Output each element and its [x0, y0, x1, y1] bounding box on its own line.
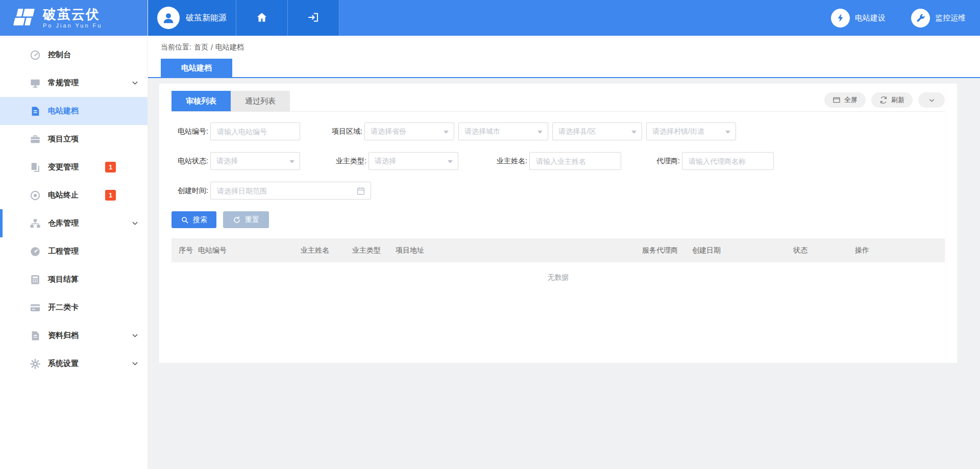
sidebar-item-label: 开二类卡 [48, 303, 79, 312]
station-status-label: 电站状态: [172, 157, 208, 166]
town-select[interactable]: 请选择村镇/街道 [646, 122, 736, 140]
breadcrumb-label: 当前位置: [161, 43, 191, 52]
brand-subtitle: Po Jian Yun Fu [43, 22, 102, 29]
agent-input[interactable] [682, 152, 774, 170]
sidebar-item-warehouse-management[interactable]: 仓库管理 [0, 209, 148, 237]
sidebar-item-project-settlement[interactable]: 项目结算 [0, 265, 148, 293]
logout-button[interactable] [288, 0, 339, 36]
refresh-label: 刷新 [891, 95, 904, 105]
col-station-no: 电站编号 [198, 246, 301, 255]
breadcrumb-separator: / [211, 43, 213, 52]
search-icon [181, 216, 189, 224]
sidebar-item-type2-card[interactable]: 开二类卡 [0, 293, 148, 322]
chevron-down-icon [928, 96, 936, 104]
panel-tabs: 审核列表 通过列表 全屏 [172, 84, 945, 112]
work-area: 审核列表 通过列表 全屏 [148, 78, 980, 469]
exit-icon [307, 11, 320, 25]
panel: 审核列表 通过列表 全屏 [159, 84, 957, 363]
user-menu[interactable]: 破茧新能源 [148, 0, 236, 36]
date-range-field [210, 182, 371, 200]
sidebar-item-label: 工程管理 [48, 246, 79, 256]
lightning-icon [831, 9, 850, 28]
gauge-icon [30, 246, 41, 257]
create-time-label: 创建时间: [172, 186, 208, 195]
sidebar-item-label: 系统设置 [48, 359, 79, 368]
collapse-button[interactable] [918, 92, 945, 108]
page-tab[interactable]: 电站建档 [161, 59, 232, 77]
briefcase-icon [30, 134, 41, 145]
wrench-icon [911, 9, 930, 28]
home-button[interactable] [236, 0, 288, 36]
nav-monitor-ops[interactable]: 监控运维 [911, 0, 966, 36]
owner-type-select[interactable]: 请选择 [369, 152, 458, 170]
sidebar-item-engineering-management[interactable]: 工程管理 [0, 237, 148, 265]
sidebar-item-data-archive[interactable]: 资料归档 [0, 322, 148, 350]
avatar-icon [157, 7, 180, 29]
brand-logo-icon [10, 8, 37, 29]
filter-form: 电站编号: 项目区域: 请选择省份 请选择城市 请选择县/区 请选择村镇/街道 … [172, 112, 945, 228]
dashboard-icon [30, 50, 41, 61]
main-area: 破茧新能源 电站建设 [148, 0, 980, 469]
sidebar-item-label: 常规管理 [48, 78, 79, 88]
sidebar-item-project-initiation[interactable]: 项目立项 [0, 125, 148, 153]
breadcrumb: 当前位置: 首页 / 电站建档 [161, 42, 980, 53]
content: 当前位置: 首页 / 电站建档 电站建档 审核列表 通过列表 [148, 36, 980, 469]
refresh-button[interactable]: 刷新 [871, 92, 913, 108]
nav-monitor-ops-label: 监控运维 [935, 13, 966, 23]
sidebar-item-station-filing[interactable]: 电站建档 [0, 97, 148, 125]
col-create-date: 创建日期 [692, 246, 793, 255]
date-range-input[interactable] [210, 182, 371, 200]
sidebar-item-label: 项目结算 [48, 275, 79, 284]
topbar: 破茧新能源 电站建设 [148, 0, 980, 36]
empty-state: 无数据 [172, 262, 945, 293]
fullscreen-icon [832, 96, 841, 104]
breadcrumb-home[interactable]: 首页 [194, 43, 208, 52]
filter-actions: 搜索 重置 [172, 211, 945, 228]
results-table: 序号 电站编号 业主姓名 业主类型 项目地址 服务代理商 创建日期 状态 操作 … [172, 238, 945, 293]
search-button[interactable]: 搜索 [172, 211, 216, 228]
sidebar-item-change-management[interactable]: 变更管理1 [0, 153, 148, 181]
fullscreen-button[interactable]: 全屏 [824, 92, 866, 108]
owner-name-label: 业主姓名: [492, 157, 527, 166]
tab-review-list[interactable]: 审核列表 [172, 91, 231, 111]
chevron-down-icon [131, 219, 139, 227]
station-no-label: 电站编号: [172, 127, 208, 136]
province-select[interactable]: 请选择省份 [364, 122, 454, 140]
crumb-strip: 当前位置: 首页 / 电站建档 电站建档 [148, 36, 980, 77]
notification-badge: 1 [105, 190, 116, 201]
sidebar-item-system-settings[interactable]: 系统设置 [0, 350, 148, 378]
sidebar: 破茧云伏 Po Jian Yun Fu 控制台常规管理电站建档项目立项变更管理1… [0, 0, 148, 469]
monitor-icon [30, 78, 41, 89]
city-select[interactable]: 请选择城市 [458, 122, 548, 140]
chevron-down-icon [131, 332, 139, 339]
nav-station-build[interactable]: 电站建设 [831, 0, 886, 36]
breadcrumb-current: 电站建档 [215, 43, 244, 52]
nav-station-build-label: 电站建设 [855, 13, 886, 23]
panel-tools: 全屏 刷新 [824, 92, 945, 108]
chevron-down-icon [131, 79, 139, 87]
home-icon [256, 11, 268, 25]
refresh-icon [879, 96, 888, 104]
region-label: 项目区域: [326, 127, 362, 136]
sidebar-item-general-management[interactable]: 常规管理 [0, 69, 148, 97]
owner-type-placeholder: 请选择 [375, 157, 396, 166]
col-owner-name: 业主姓名 [301, 246, 352, 255]
sidebar-item-station-termination[interactable]: 电站终止1 [0, 181, 148, 209]
brand-title: 破茧云伏 [43, 7, 102, 21]
sidebar-item-label: 控制台 [48, 50, 71, 60]
station-no-input[interactable] [210, 122, 300, 140]
sidebar-item-console[interactable]: 控制台 [0, 41, 148, 69]
fullscreen-label: 全屏 [844, 95, 857, 105]
reset-button[interactable]: 重置 [223, 211, 269, 228]
district-select[interactable]: 请选择县/区 [552, 122, 642, 140]
station-status-select[interactable]: 请选择 [210, 152, 300, 170]
file-icon [30, 330, 41, 341]
district-select-placeholder: 请选择县/区 [558, 127, 596, 136]
search-label: 搜索 [193, 215, 207, 225]
tab-passed-list[interactable]: 通过列表 [231, 91, 290, 111]
app-root: 破茧云伏 Po Jian Yun Fu 控制台常规管理电站建档项目立项变更管理1… [0, 0, 980, 469]
calendar-icon [356, 186, 365, 195]
owner-name-input[interactable] [529, 152, 621, 170]
caret-down-icon [448, 160, 453, 163]
sidebar-item-label: 资料归档 [48, 331, 79, 340]
